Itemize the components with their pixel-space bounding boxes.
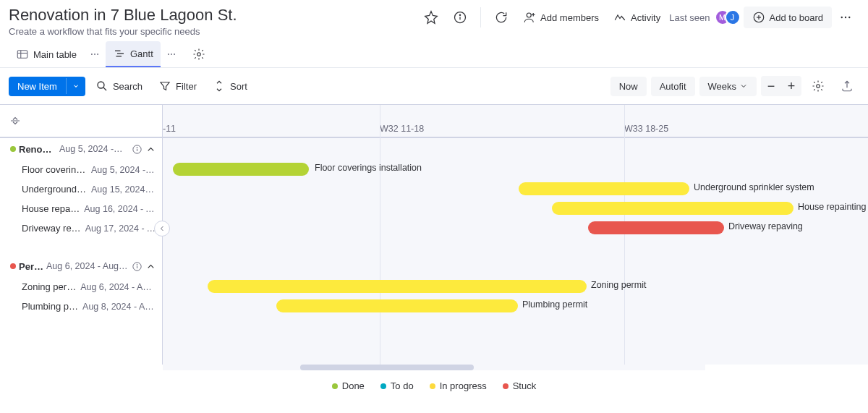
legend-label: Stuck (513, 380, 537, 391)
filter-icon (158, 80, 171, 93)
collapse-left-panel[interactable] (154, 221, 170, 237)
view-settings-button[interactable] (187, 43, 211, 65)
export-icon (841, 80, 854, 93)
task-name: Floor coverings i… (22, 164, 87, 175)
svg-point-15 (91, 54, 93, 55)
table-icon (16, 48, 29, 61)
activity-label: Activity (631, 12, 660, 23)
add-to-board-button[interactable]: Add to board (744, 7, 832, 28)
tab-main-table[interactable]: Main table (9, 42, 84, 67)
info-icon (453, 10, 467, 25)
svg-point-22 (171, 54, 172, 55)
svg-point-21 (168, 54, 169, 55)
task-row[interactable]: Driveway re… Aug 17, 2024 - Aug … (0, 218, 162, 238)
filter-button[interactable]: Filter (153, 75, 203, 97)
task-row[interactable]: Zoning per… Aug 6, 2024 - Aug 16, … (0, 277, 162, 297)
gantt-settings-button[interactable] (806, 75, 830, 97)
gear-icon (192, 48, 205, 61)
collapse-all-icon[interactable] (9, 114, 22, 127)
tab-main-table-label: Main table (33, 49, 77, 60)
svg-rect-12 (17, 51, 27, 59)
group-header[interactable]: Per… Aug 6, 2024 - Aug… (0, 255, 162, 277)
export-button[interactable] (835, 75, 859, 97)
gantt-bar[interactable] (208, 280, 587, 293)
svg-line-26 (103, 88, 106, 90)
last-seen-label: Last seen (669, 12, 710, 23)
horizontal-scrollbar[interactable] (163, 365, 705, 370)
task-row[interactable]: Underground spr… Aug 15, 2024 - … (0, 179, 162, 199)
dots-icon (166, 49, 176, 59)
gantt-bar-label: House repainting (798, 202, 867, 212)
task-dates: Aug 6, 2024 - Aug 16, … (80, 282, 156, 292)
timescale-select[interactable]: Weeks (699, 77, 757, 96)
activity-icon (613, 11, 626, 24)
more-button[interactable] (835, 7, 856, 28)
svg-point-30 (137, 147, 137, 148)
gantt-bar[interactable] (588, 221, 724, 234)
group-header[interactable]: Renovat… Aug 5, 2024 -… (0, 138, 162, 160)
refresh-button[interactable] (488, 6, 514, 29)
tab-gantt-menu[interactable] (163, 46, 179, 62)
task-dates: Aug 15, 2024 - … (91, 184, 156, 195)
tab-gantt[interactable]: Gantt (106, 41, 161, 67)
task-dates: Aug 17, 2024 - Aug … (85, 223, 156, 234)
sort-icon (213, 80, 226, 93)
filter-label: Filter (176, 81, 197, 92)
svg-point-3 (527, 13, 531, 17)
gantt-bar-label: Plumbing permit (522, 299, 587, 310)
zoom-in-button[interactable]: + (781, 76, 801, 96)
legend-item: To do (380, 380, 414, 391)
task-dates: Aug 5, 2024 - A… (91, 165, 156, 175)
svg-point-24 (197, 53, 201, 56)
last-seen[interactable]: Last seen M J (669, 9, 740, 25)
new-item-dropdown[interactable] (66, 78, 85, 94)
info-icon[interactable] (132, 261, 142, 272)
gantt-bar[interactable] (552, 202, 793, 215)
star-icon (424, 10, 438, 25)
chevron-up-icon[interactable] (145, 144, 156, 155)
dots-icon (90, 49, 100, 59)
legend-item: In progress (430, 380, 487, 391)
gantt-bar[interactable] (173, 163, 309, 176)
group-color-dot (10, 263, 16, 269)
info-icon[interactable] (132, 144, 142, 155)
search-icon (95, 80, 109, 93)
timeline-week-label: W33 18-25 (624, 124, 668, 134)
task-row[interactable]: Floor coverings i… Aug 5, 2024 - A… (0, 160, 162, 179)
legend-item: Done (332, 380, 365, 391)
person-add-icon (523, 11, 536, 24)
task-row[interactable]: Plumbing p… Aug 8, 2024 - Aug 1… (0, 297, 162, 316)
refresh-icon (494, 10, 509, 25)
sort-button[interactable]: Sort (207, 75, 253, 97)
task-name: House repa… (22, 203, 80, 214)
svg-point-11 (848, 17, 850, 18)
group-name: Per… (19, 261, 43, 272)
tab-main-table-menu[interactable] (87, 46, 103, 62)
timeline-week-label: W32 11-18 (380, 124, 424, 134)
add-to-board-label: Add to board (770, 12, 823, 23)
new-item-button[interactable]: New Item (9, 77, 85, 96)
now-button[interactable]: Now (610, 77, 647, 96)
activity-button[interactable]: Activity (608, 7, 666, 28)
gantt-icon (113, 47, 126, 60)
search-button[interactable]: Search (90, 75, 148, 97)
tab-gantt-label: Gantt (130, 48, 153, 59)
svg-point-2 (459, 14, 460, 15)
add-members-button[interactable]: Add members (517, 7, 605, 28)
search-label: Search (113, 81, 142, 92)
gantt-bar-label: Floor coverings installation (315, 163, 422, 173)
svg-point-23 (174, 54, 175, 55)
new-item-label: New Item (9, 77, 66, 96)
task-row[interactable]: House repa… Aug 16, 2024 - Aug … (0, 199, 162, 218)
gantt-bar[interactable] (276, 299, 518, 312)
autofit-button[interactable]: Autofit (651, 77, 695, 96)
gantt-bar[interactable] (519, 182, 689, 195)
chevron-up-icon[interactable] (145, 261, 156, 272)
svg-point-10 (845, 17, 846, 18)
info-button[interactable] (447, 6, 473, 29)
group-dates: Aug 5, 2024 -… (59, 144, 129, 154)
add-members-label: Add members (540, 12, 599, 23)
favorite-button[interactable] (418, 6, 444, 29)
task-name: Underground spr… (22, 184, 87, 195)
zoom-out-button[interactable]: − (761, 76, 781, 96)
